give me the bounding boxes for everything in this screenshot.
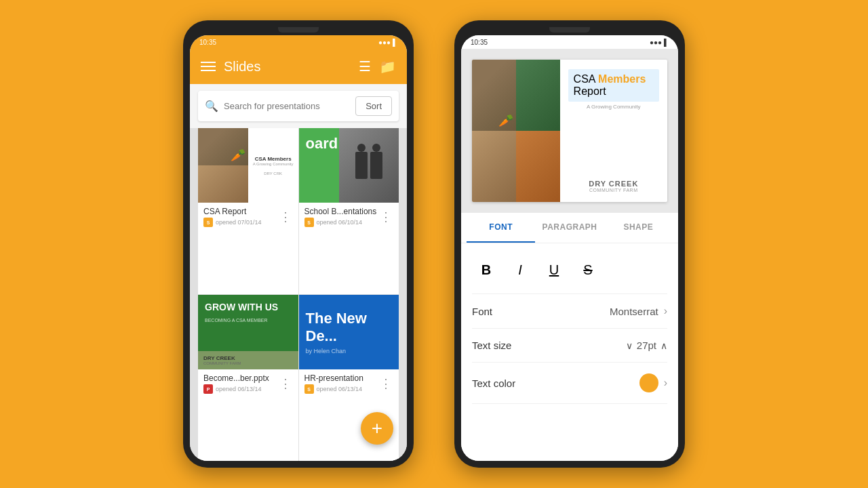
- slide-item-school[interactable]: oard School B...entations: [299, 128, 399, 294]
- csa-overlay-dry: DRY CRK: [264, 171, 282, 176]
- preview-bottom-area: DRY CREEK Community Farm: [568, 180, 659, 192]
- font-row[interactable]: Font Montserrat ›: [472, 294, 667, 329]
- slide-meta-hr: S opened 06/13/14: [304, 384, 379, 394]
- font-value: Montserrat ›: [610, 305, 667, 317]
- preview-dry-sub: Community Farm: [568, 188, 659, 192]
- school-thumb-text: oard: [306, 135, 338, 152]
- text-color-arrow: ›: [664, 377, 667, 389]
- slide-item-csa[interactable]: CSA Members A Growing Community DRY CRK …: [198, 128, 298, 294]
- slide-name-csa: CSA Report: [203, 207, 278, 216]
- status-time-1: 10:35: [199, 39, 216, 46]
- text-format-row: B I U S: [472, 246, 667, 294]
- slide-date-hr: opened 06/13/14: [317, 386, 363, 392]
- header-icons: ☰ 📁: [359, 58, 396, 75]
- font-arrow: ›: [664, 305, 667, 317]
- deal-thumb-bg: The New De... by Helen Chan: [299, 295, 399, 369]
- more-icon-grow[interactable]: ⋮: [278, 375, 293, 392]
- preview-subtitle: A Growing Community: [568, 104, 659, 110]
- more-icon-school[interactable]: ⋮: [378, 208, 393, 226]
- slide-info-left-hr: HR-presentation S opened 06/13/14: [304, 373, 379, 394]
- grow-thumb-bg: GROW WITH US Becoming a CSA Member DRY C…: [198, 295, 298, 369]
- slide-date-grow: opened 06/13/14: [216, 386, 262, 392]
- format-tabs: FONT PARAGRAPH SHAPE: [461, 213, 678, 243]
- file-icon-ppt-grow: P: [203, 384, 213, 394]
- slide-thumb-grow: GROW WITH US Becoming a CSA Member DRY C…: [198, 295, 298, 369]
- phone-2-screen: 10:35 ●●● ▌ CSA Members Report: [461, 35, 678, 461]
- underline-button[interactable]: U: [540, 256, 568, 284]
- grow-sub-text: Becoming a CSA Member: [205, 318, 268, 323]
- file-icon-slides-school: S: [304, 218, 314, 227]
- preview-dry-creek: DRY CREEK: [568, 180, 659, 188]
- school-thumb-bg: oard: [299, 128, 399, 203]
- preview-img1: [472, 60, 516, 131]
- csa-overlay-sub: A Growing Community: [253, 162, 294, 166]
- search-wrapper: 🔍: [205, 100, 350, 113]
- list-view-icon[interactable]: ☰: [359, 58, 371, 75]
- slide-info-hr: HR-presentation S opened 06/13/14 ⋮: [299, 369, 399, 398]
- slide-info-csa: CSA Report S opened 07/01/14 ⋮: [198, 203, 298, 231]
- slide-thumb-csa: CSA Members A Growing Community DRY CRK: [198, 128, 298, 203]
- text-size-label: Text size: [472, 340, 511, 351]
- size-increase-button[interactable]: ∧: [660, 340, 667, 351]
- preview-img3: [472, 131, 516, 202]
- status-bar-1: 10:35 ●●● ▌: [190, 35, 407, 49]
- format-content: B I U S Font Montserrat ›: [461, 243, 678, 461]
- sort-button[interactable]: Sort: [355, 96, 392, 116]
- more-icon-hr[interactable]: ⋮: [378, 375, 393, 392]
- phone1-header: Slides ☰ 📁: [190, 49, 407, 84]
- deal-thumb-sub: by Helen Chan: [306, 348, 393, 354]
- preview-img2: [516, 60, 560, 131]
- slide-info-left-school: School B...entations S opened 06/10/14: [304, 207, 379, 227]
- phone-1-screen: 10:35 ●●● ▌ Slides ☰ 📁 🔍: [190, 35, 407, 461]
- csa-overlay-title: CSA Members: [255, 156, 292, 162]
- person-2: [370, 152, 382, 179]
- slide-info-left-grow: Become...ber.pptx P opened 06/13/14: [203, 373, 278, 394]
- fab-button[interactable]: +: [361, 412, 393, 445]
- strikethrough-button[interactable]: S: [574, 256, 602, 284]
- slide-name-school: School B...entations: [304, 207, 379, 216]
- text-size-row[interactable]: Text size ∨ 27pt ∧: [472, 329, 667, 363]
- csa-img1: [198, 128, 248, 165]
- font-label: Font: [472, 306, 492, 317]
- phone-2: 10:35 ●●● ▌ CSA Members Report: [454, 20, 685, 468]
- search-input[interactable]: [224, 101, 350, 111]
- slide-name-grow: Become...ber.pptx: [203, 373, 278, 383]
- preview-title-area: CSA Members Report: [568, 69, 659, 102]
- more-icon-csa[interactable]: ⋮: [278, 208, 293, 226]
- phone-notch-1: [278, 27, 319, 33]
- people-silhouette: [355, 152, 382, 179]
- csa-overlay: CSA Members A Growing Community DRY CRK: [248, 128, 298, 203]
- text-size-controls: ∨ 27pt ∧: [626, 340, 667, 351]
- tab-font[interactable]: FONT: [467, 213, 535, 243]
- deal-thumb-text: The New De...: [306, 310, 393, 345]
- grow-bottom-title: DRY CREEK: [203, 355, 293, 361]
- preview-left: [472, 60, 560, 202]
- slide-name-hr: HR-presentation: [304, 373, 379, 383]
- hamburger-icon[interactable]: [201, 62, 216, 71]
- grow-thumb-text: GROW WITH US Becoming a CSA Member: [205, 302, 278, 325]
- format-panel: FONT PARAGRAPH SHAPE B I U S Font: [461, 213, 678, 461]
- phone-1: 10:35 ●●● ▌ Slides ☰ 📁 🔍: [183, 20, 414, 468]
- bold-button[interactable]: B: [472, 256, 500, 284]
- preview-highlight: Members: [598, 73, 646, 85]
- status-signal-1: ●●● ▌: [378, 39, 397, 46]
- file-icon-slides-csa: S: [203, 218, 213, 227]
- color-swatch[interactable]: [639, 373, 658, 392]
- search-bar: 🔍 Sort: [198, 91, 399, 121]
- preview-csa-text: CSA: [574, 73, 598, 85]
- slide-info-grow: Become...ber.pptx P opened 06/13/14 ⋮: [198, 369, 298, 398]
- folder-icon[interactable]: 📁: [379, 58, 396, 75]
- slide-item-grow[interactable]: GROW WITH US Becoming a CSA Member DRY C…: [198, 295, 298, 461]
- size-decrease-button[interactable]: ∨: [626, 340, 633, 351]
- tab-paragraph[interactable]: PARAGRAPH: [535, 213, 604, 243]
- preview-report-text: Report: [574, 85, 606, 97]
- text-size-value: ∨ 27pt ∧: [626, 340, 667, 351]
- italic-button[interactable]: I: [506, 256, 534, 284]
- grow-bottom: DRY CREEK Community Farm: [198, 351, 298, 369]
- tab-shape[interactable]: SHAPE: [604, 213, 673, 243]
- text-color-row[interactable]: Text color ›: [472, 363, 667, 404]
- status-time-2: 10:35: [471, 39, 488, 46]
- slide-meta-grow: P opened 06/13/14: [203, 384, 278, 394]
- file-icon-slides-hr: S: [304, 384, 314, 394]
- preview-title-wrapper: CSA Members Report A Growing Community: [568, 69, 659, 110]
